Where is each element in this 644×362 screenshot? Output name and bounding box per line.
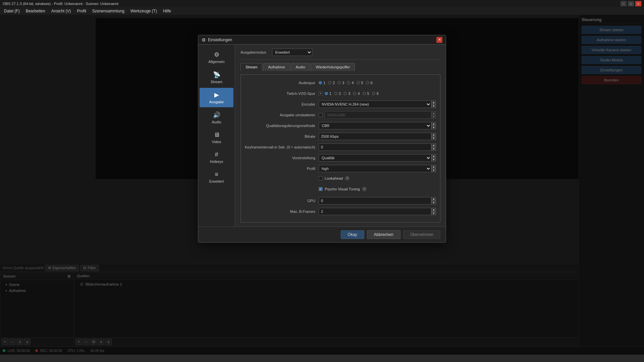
audiospur-radio-2[interactable]	[328, 81, 331, 84]
bitrate-spin-up[interactable]: ▲	[431, 133, 436, 136]
sidebar-label-allgemein: Allgemein	[208, 60, 224, 64]
menu-datei[interactable]: Datei (F)	[1, 8, 22, 14]
bframes-spinner: ▲ ▼	[431, 208, 436, 215]
menu-szenensammlung[interactable]: Szenensammlung	[90, 8, 127, 14]
gpu-spin-up[interactable]: ▲	[431, 197, 436, 201]
tab-audio[interactable]: Audio	[291, 63, 310, 71]
dialog-close-button[interactable]: ✕	[436, 37, 442, 43]
audiospur-label-4: 4	[352, 81, 354, 85]
keyframe-spin-down[interactable]: ▼	[431, 147, 436, 151]
audiospur-radio-3[interactable]	[337, 81, 341, 84]
twitch-radio-1[interactable]	[325, 92, 328, 95]
rescale-input[interactable]	[325, 111, 431, 119]
gpu-label: GPU	[245, 199, 319, 203]
profile-select[interactable]: high	[319, 165, 431, 172]
titlebar-close-button[interactable]: ✕	[635, 1, 641, 6]
psycho-checkbox[interactable]: ✓	[319, 187, 323, 191]
audiospur-radio-1[interactable]	[319, 81, 322, 84]
twitch-label-2: 2	[339, 92, 341, 96]
psycho-label: Psycho Visual Tuning	[325, 187, 360, 191]
audiospur-radio-4[interactable]	[347, 81, 350, 84]
rescale-spin-up[interactable]: ▲	[431, 111, 436, 115]
abbrechen-button[interactable]: Abbrechen	[367, 230, 400, 239]
twitch-vod-checkbox[interactable]: ✕	[319, 92, 323, 96]
encoder-select-wrapper: NVIDIA NVENC H.264 (new) ▲ ▼	[319, 101, 436, 108]
obs-main: Keine Quelle ausgewählt ⚙ Eigenschaften …	[0, 15, 644, 355]
preset-spin-up[interactable]: ▲	[431, 154, 436, 158]
twitch-vod-control: ✕ 1 2 3 4	[319, 92, 436, 96]
audiospur-radio-6[interactable]	[366, 81, 369, 84]
sidebar-item-ausgabe[interactable]: ▶ Ausgabe	[200, 88, 233, 107]
bitrate-spinner: ▲ ▼	[431, 133, 436, 140]
okay-button[interactable]: Okay	[341, 230, 364, 239]
twitch-label-6: 6	[377, 92, 379, 96]
tab-stream[interactable]: Stream	[240, 63, 262, 71]
keyframe-input[interactable]	[319, 143, 431, 151]
quality-select[interactable]: CBR	[319, 122, 431, 129]
gpu-input[interactable]	[319, 197, 431, 204]
sidebar-item-allgemein[interactable]: ⚙ Allgemein	[200, 48, 233, 67]
twitch-radio-4[interactable]	[353, 92, 356, 95]
bframes-input[interactable]	[319, 208, 431, 215]
audiospur-radio-5[interactable]	[357, 81, 360, 84]
bframes-spin-down[interactable]: ▼	[431, 212, 436, 215]
rescale-checkbox[interactable]	[319, 113, 323, 117]
ausgabemodus-select[interactable]: Einfach Erweitert	[272, 49, 312, 56]
gpu-input-wrapper: ▲ ▼	[319, 197, 436, 204]
twitch-radio-3[interactable]	[343, 92, 347, 95]
sidebar-item-erweitert[interactable]: ≡ Erweitert	[200, 168, 233, 187]
bframes-row: Max. B-Frames ▲ ▼	[245, 207, 436, 216]
profile-spin-down[interactable]: ▼	[431, 169, 436, 172]
bitrate-row: Bitrate ▲ ▼	[245, 132, 436, 140]
tab-aufnahme[interactable]: Aufnahme	[263, 63, 290, 71]
keyframe-spin-up[interactable]: ▲	[431, 143, 436, 147]
tab-wiederholungspuffer[interactable]: Wiederholungspuffer	[311, 63, 355, 71]
menu-bearbeiten[interactable]: Bearbeiten	[23, 8, 48, 14]
ubernehmen-button[interactable]: Übernehmen	[403, 230, 440, 239]
sidebar-item-hotkeys[interactable]: # Hotkeys	[200, 148, 233, 167]
twitch-radio-5[interactable]	[363, 92, 366, 95]
twitch-radio-2[interactable]	[334, 92, 337, 95]
sidebar-label-stream: Stream	[211, 80, 222, 84]
encoder-spin-up[interactable]: ▲	[431, 101, 436, 104]
profile-control: high ▲ ▼	[319, 165, 436, 172]
stream-icon: 📡	[213, 71, 220, 78]
gpu-spin-down[interactable]: ▼	[431, 201, 436, 204]
menu-werkzeuge[interactable]: Werkzeuge (T)	[128, 8, 160, 14]
bframes-spin-up[interactable]: ▲	[431, 208, 436, 212]
sidebar-item-audio[interactable]: 🔊 Audio	[200, 108, 233, 127]
quality-spin-up[interactable]: ▲	[431, 122, 436, 126]
quality-spinner: ▲ ▼	[431, 122, 436, 129]
preset-row: Voreinstellung Qualität ▲ ▼	[245, 154, 436, 162]
profile-spin-up[interactable]: ▲	[431, 165, 436, 169]
quality-spin-down[interactable]: ▼	[431, 126, 436, 129]
preset-spin-down[interactable]: ▼	[431, 158, 436, 162]
sidebar-item-video[interactable]: 🖥 Video	[200, 128, 233, 147]
menu-hilfe[interactable]: Hilfe	[160, 8, 174, 14]
psycho-control: ✓ Psycho Visual Tuning ?	[319, 187, 436, 193]
preset-select[interactable]: Qualität	[319, 154, 431, 162]
encoder-spin-down[interactable]: ▼	[431, 104, 436, 108]
bitrate-input[interactable]	[319, 133, 431, 140]
menu-ansicht[interactable]: Ansicht (V)	[49, 8, 74, 14]
sidebar-label-video: Video	[212, 140, 221, 144]
psycho-info-icon[interactable]: ?	[362, 187, 367, 191]
bitrate-spin-down[interactable]: ▼	[431, 136, 436, 140]
allgemein-icon: ⚙	[214, 51, 219, 58]
twitch-radio-6[interactable]	[372, 92, 375, 95]
menu-profil[interactable]: Profil	[74, 8, 89, 14]
quality-select-wrapper: CBR ▲ ▼	[319, 122, 436, 129]
bframes-control: ▲ ▼	[319, 208, 436, 215]
lookahead-control: Lookahead ?	[319, 176, 436, 183]
audiospur-label-1: 1	[323, 81, 325, 85]
twitch-vod-row: Twitch-VOD-Spur ✕ 1 2	[245, 89, 436, 98]
lookahead-checkbox[interactable]	[319, 176, 323, 180]
rescale-spin-down[interactable]: ▼	[431, 115, 436, 119]
encoder-select[interactable]: NVIDIA NVENC H.264 (new)	[319, 101, 431, 108]
settings-dialog: ⚙ Einstellungen ✕ ⚙ Allgemein 📡 Stream	[198, 35, 446, 243]
lookahead-info-icon[interactable]: ?	[345, 176, 350, 181]
sidebar-item-stream[interactable]: 📡 Stream	[200, 68, 233, 87]
profile-spinner: ▲ ▼	[431, 165, 436, 172]
maximize-button[interactable]: □	[628, 1, 634, 6]
minimize-button[interactable]: −	[621, 1, 627, 6]
